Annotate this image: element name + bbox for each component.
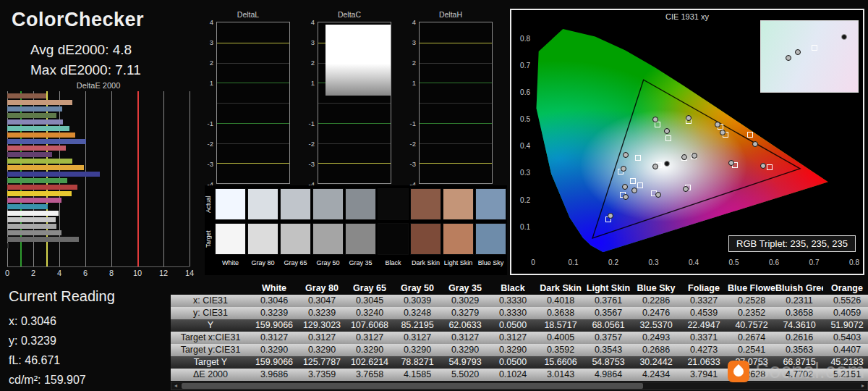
scroll-left-icon[interactable]: ◂ [171,382,180,390]
table-cell[interactable]: 0.3658 [775,307,823,319]
swatch-actual[interactable] [247,188,278,220]
table-cell[interactable]: 0.3127 [250,332,298,344]
table-cell[interactable]: 0.1024 [489,369,537,381]
table-cell[interactable]: 0.3290 [441,344,489,356]
swatch-target[interactable] [215,223,246,255]
table-cell[interactable]: 0.4005 [537,332,584,344]
table-cell[interactable]: 0.4539 [680,307,728,319]
table-cell[interactable]: 0.5403 [823,332,868,344]
swatch-actual[interactable] [378,188,409,220]
swatch-target[interactable] [345,223,376,255]
table-cell[interactable]: 18.5717 [537,319,584,332]
table-cell[interactable]: 54.8753 [584,356,632,369]
table-cell[interactable]: 0.3248 [393,307,441,319]
table-cell[interactable]: 0.4018 [537,295,584,307]
table-cell[interactable]: 0.3330 [489,295,537,307]
swatch-target[interactable] [410,223,441,255]
table-cell[interactable]: 0.3327 [680,295,728,307]
table-cell[interactable]: 4.9864 [584,369,632,381]
table-cell[interactable]: 0.2541 [728,344,775,356]
table-cell[interactable]: 0.4273 [680,344,728,356]
table-cell[interactable]: 0.3239 [298,307,346,319]
table-row-label[interactable]: Y [171,319,250,332]
swatch-target[interactable] [443,223,474,255]
table-cell[interactable]: 0.3371 [680,332,728,344]
table-cell[interactable]: 4.2434 [632,369,680,381]
table-cell[interactable]: 68.0561 [584,319,632,332]
table-cell[interactable]: 0.3039 [393,295,441,307]
table-cell[interactable]: 30.2442 [632,356,680,369]
table-cell[interactable]: 0.3029 [441,295,489,307]
table-cell[interactable]: 0.2674 [728,332,775,344]
table-cell[interactable]: 0.3290 [346,344,393,356]
table-cell[interactable]: 159.9066 [250,319,298,332]
table-cell[interactable]: 0.2686 [632,344,680,356]
table-cell[interactable]: 0.3543 [584,344,632,356]
table-cell[interactable]: 0.3638 [537,307,584,319]
table-cell[interactable]: 0.2352 [728,307,775,319]
table-cell[interactable]: 5.5020 [441,369,489,381]
table-cell[interactable]: 0.0500 [489,356,537,369]
table-cell[interactable]: 0.3045 [346,295,393,307]
table-row-label[interactable]: Target y:CIE31 [171,344,250,356]
table-cell[interactable]: 0.3127 [298,332,346,344]
table-cell[interactable]: 0.5526 [823,295,868,307]
swatch-target[interactable] [475,223,506,255]
table-cell[interactable]: 78.8271 [393,356,441,369]
table-cell[interactable]: 0.3290 [393,344,441,356]
table-cell[interactable]: 21.0633 [680,356,728,369]
swatch-actual[interactable] [345,188,376,220]
table-cell[interactable]: 0.3567 [584,307,632,319]
table-cell[interactable]: 0.2616 [775,332,823,344]
table-cell[interactable]: 0.3330 [489,307,537,319]
table-row-label[interactable]: ΔE 2000 [171,369,250,381]
table-cell[interactable]: 0.3127 [393,332,441,344]
table-cell[interactable]: 4.1585 [393,369,441,381]
table-cell[interactable]: 0.3127 [441,332,489,344]
table-cell[interactable]: 0.2311 [775,295,823,307]
table-cell[interactable]: 0.2286 [632,295,680,307]
table-cell[interactable]: 0.3761 [584,295,632,307]
swatch-target[interactable] [312,223,344,255]
table-row-label[interactable]: Target Y [171,356,250,369]
table-cell[interactable]: 0.3563 [775,344,823,356]
swatch-actual[interactable] [410,188,441,220]
table-cell[interactable]: 0.2493 [632,332,680,344]
table-cell[interactable]: 3.7359 [298,369,346,381]
table-cell[interactable]: 22.4947 [680,319,728,332]
table-cell[interactable]: 3.9686 [250,369,298,381]
table-cell[interactable]: 0.0500 [489,319,537,332]
table-cell[interactable]: 0.3279 [441,307,489,319]
table-cell[interactable]: 0.4059 [823,307,868,319]
table-cell[interactable]: 62.0633 [441,319,489,332]
table-cell[interactable]: 54.9793 [441,356,489,369]
table-cell[interactable]: 40.7572 [728,319,775,332]
table-cell[interactable]: 0.2476 [632,307,680,319]
table-cell[interactable]: 107.6068 [346,319,393,332]
scrollbar-thumb[interactable] [182,383,643,389]
table-cell[interactable]: 0.4407 [823,344,868,356]
table-row-label[interactable]: x: CIE31 [171,295,250,307]
table-cell[interactable]: 0.3757 [584,332,632,344]
table-cell[interactable]: 51.9072 [823,319,868,332]
table-cell[interactable]: 0.3592 [537,344,584,356]
scroll-right-icon[interactable]: ▸ [859,382,867,390]
table-cell[interactable]: 0.3046 [250,295,298,307]
table-cell[interactable]: 0.3047 [298,295,346,307]
table-cell[interactable]: 3.0143 [537,369,584,381]
table-row-label[interactable]: y: CIE31 [171,307,250,319]
table-row-label[interactable]: Target x:CIE31 [171,332,250,344]
table-cell[interactable]: 74.3610 [775,319,823,332]
swatch-target[interactable] [378,223,409,255]
table-cell[interactable]: 102.6214 [346,356,393,369]
table-cell[interactable]: 85.2195 [393,319,441,332]
table-cell[interactable]: 0.3290 [298,344,346,356]
swatch-actual[interactable] [215,188,246,220]
table-cell[interactable]: 3.7941 [680,369,728,381]
table-cell[interactable]: 0.2528 [728,295,775,307]
table-cell[interactable]: 0.3127 [489,332,537,344]
table-cell[interactable]: 32.5370 [632,319,680,332]
swatch-actual[interactable] [475,188,506,220]
swatch-target[interactable] [247,223,278,255]
table-cell[interactable]: 0.3239 [250,307,298,319]
